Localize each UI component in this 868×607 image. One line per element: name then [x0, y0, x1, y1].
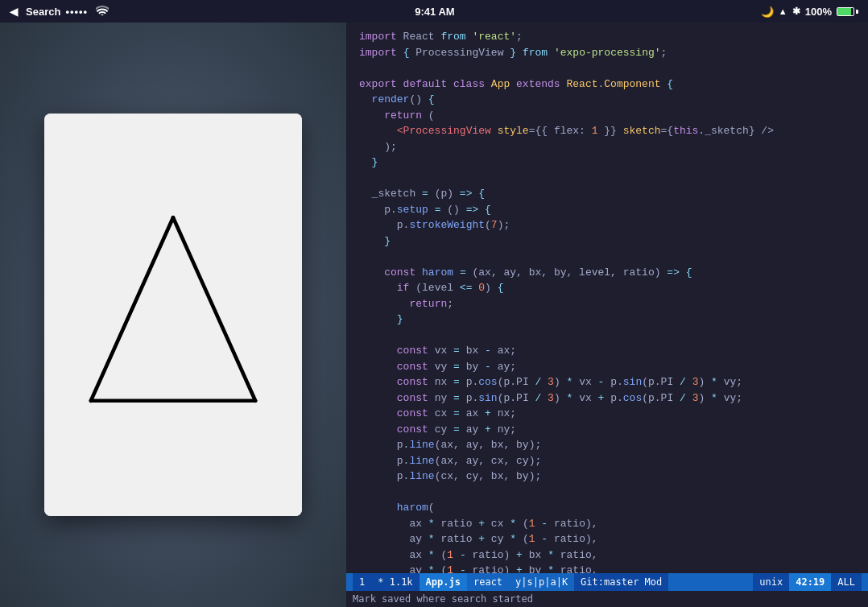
code-line: const vx = bx - ax; [346, 343, 868, 359]
code-line: const nx = p.cos(p.PI / 3) * vx - p.sin(… [346, 374, 868, 390]
main-content: import React from 'react'; import { Proc… [0, 23, 868, 607]
code-line: _sketch = (p) => { [346, 186, 868, 202]
code-line: import { ProcessingView } from 'expo-pro… [346, 45, 868, 61]
phone-screen [44, 114, 302, 516]
status-line-left: 1 * 1.1k App.js react y|s|p|a|K Git:mast… [353, 573, 668, 591]
vim-bottom-bar: Mark saved where search started [346, 591, 868, 607]
moon-icon: 🌙 [761, 6, 774, 18]
code-line: harom( [346, 500, 868, 516]
code-line: const vy = by - ay; [346, 359, 868, 375]
battery-icon [837, 6, 858, 18]
vim-file-size: * 1.1k [371, 573, 419, 591]
svg-line-0 [91, 217, 173, 401]
code-line: p.line(cx, cy, bx, by); [346, 469, 868, 485]
vim-format: unix [753, 573, 789, 591]
vim-git-status: Git:master Mod [574, 573, 668, 591]
code-line: p.strokeWeight(7); [346, 217, 868, 233]
code-line: ); [346, 139, 868, 155]
code-editor-panel[interactable]: import React from 'react'; import { Proc… [346, 23, 868, 607]
canvas-area [44, 114, 302, 516]
wifi-icon [96, 6, 109, 18]
code-line [346, 171, 868, 187]
code-line: const ny = p.sin(p.PI / 3) * vx + p.cos(… [346, 390, 868, 407]
code-line [346, 249, 868, 265]
simulator-panel [0, 23, 346, 607]
code-line: render() { [346, 92, 868, 108]
back-arrow-icon[interactable]: ◀ [10, 6, 18, 18]
code-line [346, 485, 868, 501]
code-line: } [346, 312, 868, 328]
code-line: return; [346, 296, 868, 312]
code-line: import React from 'react'; [346, 29, 868, 45]
search-label: Search [26, 6, 60, 18]
code-line [346, 60, 868, 76]
vim-status-line: 1 * 1.1k App.js react y|s|p|a|K Git:mast… [346, 573, 868, 591]
battery-percent: 100% [805, 6, 832, 18]
vim-filename: App.js [420, 573, 467, 591]
vim-message: Mark saved where search started [353, 593, 533, 605]
code-line: return ( [346, 108, 868, 124]
vim-encoding: y|s|p|a|K [509, 573, 574, 591]
code-line: p.line(ax, ay, cx, cy); [346, 453, 868, 469]
triangle-drawing [68, 202, 278, 427]
vim-filetype: react [467, 573, 509, 591]
code-line: if (level <= 0) { [346, 280, 868, 296]
vim-line-number: 1 [353, 573, 371, 591]
location-icon: ▲ [779, 6, 787, 16]
code-line: ax * ratio + cx * (1 - ratio), [346, 516, 868, 532]
code-line: } [346, 233, 868, 250]
code-line: ax * (1 - ratio) + bx * ratio, [346, 547, 868, 564]
code-line: const cx = ax + nx; [346, 406, 868, 422]
code-line: export default class App extends React.C… [346, 76, 868, 93]
code-line: p.line(ax, ay, bx, by); [346, 437, 868, 453]
vim-scope: ALL [831, 573, 862, 591]
svg-line-1 [173, 217, 255, 401]
status-right: 🌙 ▲ ✱ 100% [761, 6, 858, 18]
code-line: <ProcessingView style={{ flex: 1 }} sket… [346, 123, 868, 139]
code-line: const harom = (ax, ay, bx, by, level, ra… [346, 265, 868, 281]
status-left: ◀ Search ••••• [10, 6, 109, 18]
code-line: p.setup = () => { [346, 202, 868, 218]
vim-position: 42:19 [789, 573, 831, 591]
status-time: 9:41 AM [415, 6, 454, 18]
bluetooth-icon: ✱ [792, 6, 800, 17]
status-line-right: unix 42:19 ALL [753, 573, 862, 591]
code-area[interactable]: import React from 'react'; import { Proc… [346, 23, 868, 573]
code-line [346, 328, 868, 344]
code-line: ay * (1 - ratio) + by * ratio, [346, 563, 868, 573]
code-line: ay * ratio + cy * (1 - ratio), [346, 531, 868, 547]
status-bar: ◀ Search ••••• 9:41 AM 🌙 ▲ ✱ 100% [0, 0, 868, 23]
code-line: } [346, 155, 868, 171]
signal-dots: ••••• [65, 6, 88, 18]
code-line: const cy = ay + ny; [346, 422, 868, 438]
